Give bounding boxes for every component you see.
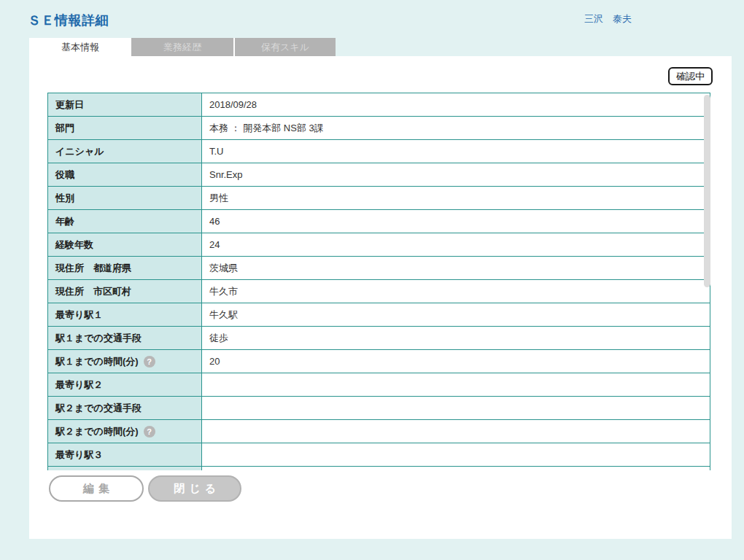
field-label: 更新日 [48,93,202,117]
table-row: 更新日2018/09/28 [48,93,710,117]
table-row: 駅２までの時間(分)? [48,420,710,443]
table-row: 最寄り駅１牛久駅 [48,303,710,327]
field-value: 2018/09/28 [202,93,710,117]
tab-skills[interactable]: 保有スキル [233,38,336,56]
field-value: T.U [202,140,710,163]
field-label: 現住所 市区町村 [48,280,202,303]
help-icon[interactable]: ? [144,356,155,368]
field-value: Snr.Exp [202,163,710,187]
status-confirming-button[interactable]: 確認中 [668,67,713,85]
edit-button[interactable]: 編集 [49,475,144,502]
scrollbar-thumb[interactable] [704,95,710,287]
field-value: 牛久市 [202,280,710,303]
tab-work-history[interactable]: 業務経歴 [131,38,233,56]
field-value: 牛久駅 [202,303,710,327]
table-row [48,467,710,471]
field-value: 本務 ： 開発本部 NS部 3課 [202,117,710,140]
close-button[interactable]: 閉じる [148,475,241,502]
info-table: 更新日2018/09/28部門本務 ： 開発本部 NS部 3課イニシャルT.U役… [47,93,710,470]
page-title: ＳＥ情報詳細 [28,12,109,29]
field-value [202,443,710,467]
field-value: 20 [202,350,710,373]
field-label: イニシャル [48,140,202,163]
field-label: 最寄り駅１ [48,303,202,327]
table-row: 現住所 都道府県茨城県 [48,257,710,280]
field-value: 46 [202,210,710,233]
field-label [48,467,202,471]
field-label: 現住所 都道府県 [48,257,202,280]
table-row: 役職Snr.Exp [48,163,710,187]
table-row: 経験年数24 [48,233,710,257]
field-label: 駅１までの交通手段 [48,327,202,350]
table-row: 最寄り駅３ [48,443,710,467]
field-value [202,420,710,443]
field-label: 経験年数 [48,233,202,257]
table-row: 駅１までの交通手段徒歩 [48,327,710,350]
field-label: 部門 [48,117,202,140]
field-label: 性別 [48,187,202,210]
field-label: 駅２までの時間(分)? [48,420,202,443]
content-panel: 確認中 更新日2018/09/28部門本務 ： 開発本部 NS部 3課イニシャル… [29,56,732,539]
info-table-container: 更新日2018/09/28部門本務 ： 開発本部 NS部 3課イニシャルT.U役… [47,93,710,470]
info-table-body: 更新日2018/09/28部門本務 ： 開発本部 NS部 3課イニシャルT.U役… [48,93,710,471]
field-label: 駅１までの時間(分)? [48,350,202,373]
field-value: 徒歩 [202,327,710,350]
help-icon[interactable]: ? [144,426,155,438]
action-buttons: 編集 閉じる [49,475,241,502]
field-label: 最寄り駅２ [48,373,202,397]
field-label: 最寄り駅３ [48,443,202,467]
field-value: 男性 [202,187,710,210]
field-label: 駅２までの交通手段 [48,397,202,420]
table-row: 部門本務 ： 開発本部 NS部 3課 [48,117,710,140]
field-value [202,467,710,471]
field-value [202,373,710,397]
field-value: 24 [202,233,710,257]
field-label: 年齢 [48,210,202,233]
tab-bar: 基本情報 業務経歴 保有スキル [29,38,336,56]
table-row: 駅１までの時間(分)?20 [48,350,710,373]
field-value: 茨城県 [202,257,710,280]
field-value [202,397,710,420]
field-label: 役職 [48,163,202,187]
tab-basic-info[interactable]: 基本情報 [29,38,131,56]
table-row: イニシャルT.U [48,140,710,163]
user-name-link[interactable]: 三沢 泰夫 [584,12,632,26]
table-row: 最寄り駅２ [48,373,710,397]
table-row: 年齢46 [48,210,710,233]
table-row: 駅２までの交通手段 [48,397,710,420]
table-row: 現住所 市区町村牛久市 [48,280,710,303]
table-row: 性別男性 [48,187,710,210]
